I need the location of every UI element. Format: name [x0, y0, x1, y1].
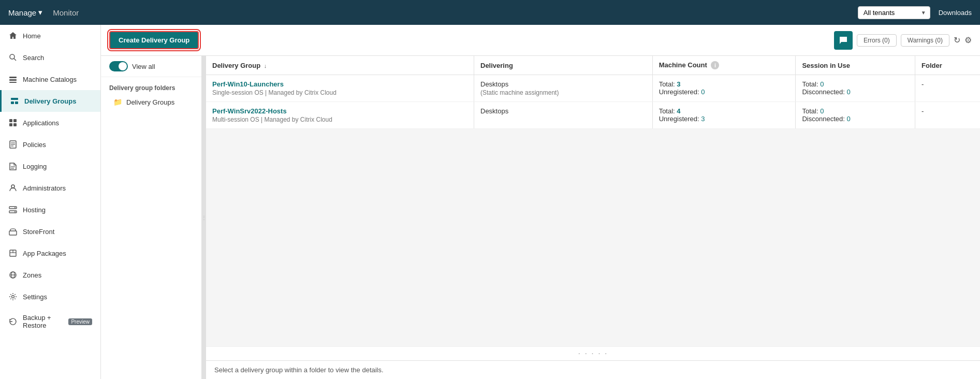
machine-count-info-icon[interactable]: i [711, 61, 719, 69]
svg-point-0 [10, 54, 14, 59]
sidebar-item-settings-label: Settings [23, 293, 47, 301]
view-all-label[interactable]: View all [132, 63, 155, 70]
sidebar-item-hosting-label: Hosting [23, 206, 46, 214]
folder-icon: 📁 [113, 98, 122, 106]
session-disc-1: Disconnected: 0 [802, 115, 909, 123]
sidebar-item-app-packages[interactable]: App Packages [0, 242, 100, 264]
sidebar-item-policies-label: Policies [23, 141, 46, 149]
svg-rect-7 [15, 101, 18, 104]
th-delivering: Delivering [474, 56, 652, 75]
administrators-icon [8, 183, 18, 193]
refresh-button[interactable]: ↻ [954, 35, 960, 45]
dg-sub-1: Multi-session OS | Managed by Citrix Clo… [212, 116, 467, 123]
svg-line-1 [14, 59, 16, 61]
chat-icon-button[interactable] [834, 31, 853, 50]
delivering-value-0: Desktops [480, 80, 646, 88]
downloads-button[interactable]: Downloads [939, 9, 972, 17]
home-icon [8, 31, 18, 40]
td-delivering-1: Desktops [474, 102, 652, 129]
left-panel: View all Delivery group folders 📁 Delive… [101, 56, 202, 379]
logging-icon [8, 162, 18, 171]
sidebar-item-hosting[interactable]: Hosting [0, 199, 100, 221]
sidebar-item-backup-restore[interactable]: Backup + Restore Preview [0, 308, 100, 336]
view-all-toggle[interactable] [109, 61, 128, 71]
sidebar-item-policies[interactable]: Policies [0, 134, 100, 155]
sidebar-item-settings[interactable]: Settings [0, 286, 100, 308]
status-bar: Select a delivery group within a folder … [206, 360, 980, 379]
table-row[interactable]: Perf-Win10-Launchers Single-session OS |… [206, 75, 980, 102]
errors-button[interactable]: Errors (0) [857, 34, 897, 47]
dots-divider: · · · · · [206, 346, 980, 360]
th-delivery-group-label: Delivery Group [212, 62, 260, 69]
th-session-in-use-label: Session in Use [802, 62, 850, 69]
sidebar-item-home-label: Home [23, 32, 41, 40]
table-row[interactable]: Perf-WinSrv2022-Hosts Multi-session OS |… [206, 102, 980, 129]
svg-point-21 [14, 207, 16, 208]
td-machine-count-0: Total: 3 Unregistered: 0 [653, 75, 796, 102]
sidebar-item-storefront[interactable]: StoreFront [0, 221, 100, 242]
th-delivery-group: Delivery Group ↓ [206, 56, 474, 75]
applications-icon [8, 118, 18, 127]
td-delivery-group-1: Perf-WinSrv2022-Hosts Multi-session OS |… [206, 102, 474, 129]
topbar-right: All tenants Downloads [858, 6, 972, 19]
sidebar-item-applications[interactable]: Applications [0, 112, 100, 134]
tenant-select[interactable]: All tenants [858, 6, 930, 19]
zones-icon [8, 270, 18, 280]
machine-catalogs-icon [8, 75, 18, 84]
toolbar: Create Delivery Group Errors (0) Warning… [101, 25, 980, 56]
sidebar-item-zones-label: Zones [23, 271, 41, 279]
session-disc-0: Disconnected: 0 [802, 88, 909, 96]
folder-item-delivery-groups[interactable]: 📁 Delivery Groups [101, 95, 201, 109]
sidebar-item-logging[interactable]: Logging [0, 155, 100, 177]
table-header-row: Delivery Group ↓ Delivering Machine Coun… [206, 56, 980, 75]
sidebar-item-delivery-groups[interactable]: Delivery Groups [0, 90, 100, 112]
th-machine-count-label: Machine Count [659, 61, 707, 69]
svg-rect-10 [9, 123, 12, 126]
td-session-0: Total: 0 Disconnected: 0 [796, 75, 915, 102]
svg-rect-2 [9, 77, 17, 78]
table-body: Perf-Win10-Launchers Single-session OS |… [206, 75, 980, 129]
dg-name-0[interactable]: Perf-Win10-Launchers [212, 80, 467, 88]
th-machine-count: Machine Count i [653, 56, 796, 75]
drag-handle[interactable]: ⋮ [202, 56, 206, 379]
td-machine-count-1: Total: 4 Unregistered: 3 [653, 102, 796, 129]
settings-icon [8, 292, 18, 301]
svg-point-18 [11, 185, 14, 188]
sidebar-item-administrators[interactable]: Administrators [0, 177, 100, 199]
manage-label: Manage [8, 8, 36, 17]
settings-button[interactable]: ⚙ [964, 35, 972, 45]
sidebar-item-machine-catalogs-label: Machine Catalogs [23, 76, 77, 83]
td-delivering-0: Desktops (Static machine assignment) [474, 75, 652, 102]
th-delivering-label: Delivering [480, 62, 513, 69]
sidebar-item-search[interactable]: Search [0, 47, 100, 68]
sidebar-item-storefront-label: StoreFront [23, 228, 54, 236]
dg-name-1[interactable]: Perf-WinSrv2022-Hosts [212, 107, 467, 115]
sidebar-item-zones[interactable]: Zones [0, 264, 100, 286]
app-packages-icon [8, 249, 18, 258]
monitor-tab[interactable]: Monitor [53, 8, 79, 17]
delivery-groups-icon [10, 96, 19, 106]
topbar: Manage ▾ Monitor All tenants Downloads [0, 0, 980, 25]
sidebar-item-home[interactable]: Home [0, 25, 100, 47]
sidebar-item-machine-catalogs[interactable]: Machine Catalogs [0, 68, 100, 90]
td-delivery-group-0: Perf-Win10-Launchers Single-session OS |… [206, 75, 474, 102]
create-delivery-group-button[interactable]: Create Delivery Group [109, 31, 199, 49]
tenant-selector-wrapper: All tenants [858, 6, 930, 19]
svg-rect-4 [9, 82, 17, 83]
svg-rect-6 [11, 101, 14, 104]
svg-rect-23 [9, 231, 17, 235]
right-panel: Delivery Group ↓ Delivering Machine Coun… [206, 56, 980, 379]
machine-unreg-0: Unregistered: 0 [659, 88, 789, 96]
storefront-icon [8, 227, 18, 236]
table-container: Delivery Group ↓ Delivering Machine Coun… [206, 56, 980, 346]
delivering-value-1: Desktops [480, 107, 646, 115]
main-layout: Home Search Machine Catalogs Delivery Gr… [0, 25, 980, 379]
svg-rect-11 [13, 123, 17, 126]
warnings-button[interactable]: Warnings (0) [901, 34, 949, 47]
session-total-0: Total: 0 [802, 80, 909, 88]
th-folder-label: Folder [922, 62, 942, 69]
manage-menu[interactable]: Manage ▾ [8, 8, 42, 17]
toolbar-left: Create Delivery Group [109, 31, 199, 49]
sort-arrow-icon[interactable]: ↓ [264, 63, 267, 69]
session-total-1: Total: 0 [802, 107, 909, 115]
